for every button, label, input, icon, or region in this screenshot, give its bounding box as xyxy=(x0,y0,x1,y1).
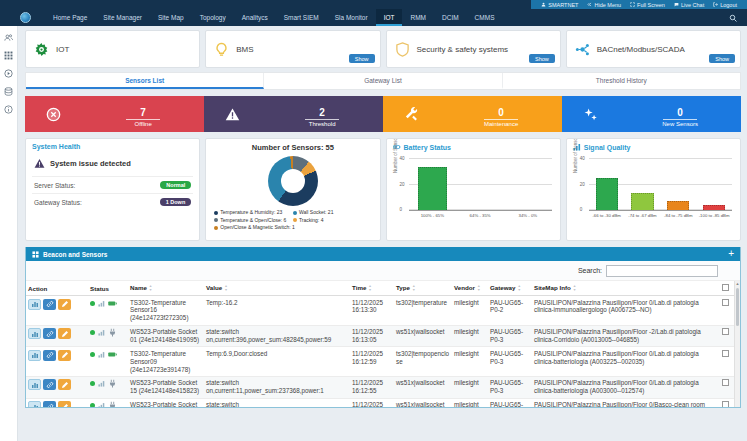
table-scrollbar[interactable]: ▲ xyxy=(734,281,740,407)
topbar-link-hide-menu[interactable]: Hide Menu xyxy=(587,2,621,8)
nav-item-sla-monitor[interactable]: Sla Monitor xyxy=(327,9,376,26)
sidebar-database-icon[interactable] xyxy=(4,87,13,96)
x-tick-label: 34% - 0% xyxy=(504,213,552,218)
app-logo[interactable] xyxy=(20,12,31,23)
topbar-link-full-screen[interactable]: Full Screen xyxy=(630,2,665,8)
table-search-input[interactable] xyxy=(606,265,718,277)
sort-icon[interactable]: ▲▼ xyxy=(224,285,228,291)
column-header-gateway[interactable]: Gateway▲▼ xyxy=(488,281,532,296)
sort-icon[interactable]: ▲▼ xyxy=(477,285,481,291)
nav-item-iot[interactable]: IOT xyxy=(376,9,403,26)
edit-button[interactable] xyxy=(58,299,71,310)
row-checkbox[interactable] xyxy=(722,379,729,386)
show-button[interactable]: Show xyxy=(529,54,555,63)
x-tick-label: 100% - 65% xyxy=(409,213,457,218)
show-button[interactable]: Show xyxy=(709,54,735,63)
y-tick: 40 xyxy=(400,156,405,161)
topbar-link-logout[interactable]: Logout xyxy=(713,2,737,8)
scrollbar-thumb[interactable] xyxy=(736,288,739,326)
topbar-link-live-chat[interactable]: Live Chat xyxy=(674,2,704,8)
column-header-type[interactable]: Type▲▼ xyxy=(394,281,452,296)
nav-item-cmms[interactable]: CMMS xyxy=(467,9,503,26)
nav-item-topology[interactable]: Topology xyxy=(192,9,234,26)
search-icon[interactable] xyxy=(729,14,737,22)
edit-button[interactable] xyxy=(58,379,71,390)
bar-100% - 65%[interactable] xyxy=(418,167,448,210)
bar--84 to -75 dBm[interactable] xyxy=(667,201,689,210)
tab-gateway-list[interactable]: Gateway List xyxy=(264,73,502,89)
row-checkbox[interactable] xyxy=(722,328,729,335)
link-button[interactable] xyxy=(43,401,56,408)
legend-label: Temperature & Open/Close: 6 xyxy=(220,217,286,225)
bar--100 to -85 dBm[interactable] xyxy=(703,205,725,210)
row-checkbox[interactable] xyxy=(722,350,729,357)
stats-button[interactable] xyxy=(28,328,41,339)
battery-bar-chart[interactable]: Number of Sensors02040100% - 65%64% - 35… xyxy=(409,159,552,218)
system-health-row: Gateway Status:1 Down xyxy=(32,193,193,210)
link-button[interactable] xyxy=(43,299,56,310)
topbar-link-label: Live Chat xyxy=(681,2,704,8)
nav-item-rmm[interactable]: RMM xyxy=(402,9,434,26)
column-header-time[interactable]: Time▲▼ xyxy=(350,281,394,296)
status-tile-maintenance[interactable]: 0Maintenance xyxy=(383,96,562,132)
stats-button[interactable] xyxy=(28,299,41,310)
stats-button[interactable] xyxy=(28,401,41,408)
main-content: IOTBMSShowSecurity & safety systemsShowB… xyxy=(18,26,747,441)
tile-body: 7Offline xyxy=(82,102,204,127)
header-label: Action xyxy=(28,285,47,292)
bar--66 to -30 dBm[interactable] xyxy=(596,178,618,210)
sort-icon[interactable]: ▲▼ xyxy=(573,285,577,291)
sort-icon[interactable]: ▲▼ xyxy=(368,285,372,291)
add-sensor-button[interactable]: + xyxy=(728,249,734,259)
status-tile-threshold[interactable]: 2Threshold xyxy=(204,96,383,132)
nav-item-site-manager[interactable]: Site Manager xyxy=(95,9,150,26)
status-tile-new-sensors[interactable]: 0New Sensors xyxy=(562,96,741,132)
panels-row: System Health System issue detected Serv… xyxy=(25,138,741,241)
sidebar-info-icon[interactable] xyxy=(4,105,13,114)
type-cell: ws51x|wallsocket xyxy=(394,325,452,347)
nav-item-dcim[interactable]: DCIM xyxy=(434,9,467,26)
sidebar-users-icon[interactable] xyxy=(4,33,13,42)
bar--74 to -67 dBm[interactable] xyxy=(631,193,653,210)
x-tick-label: -66 to -30 dBm xyxy=(589,213,625,218)
link-button[interactable] xyxy=(43,328,56,339)
sort-icon[interactable]: ▲▼ xyxy=(149,285,153,291)
header-label: Type xyxy=(396,284,410,291)
row-checkbox[interactable] xyxy=(722,299,729,306)
column-header-name[interactable]: Name▲▼ xyxy=(128,281,204,296)
table-row: TS302-Temperature Sensor09 (24e124723e39… xyxy=(26,347,738,377)
edit-button[interactable] xyxy=(58,350,71,361)
nav-item-home-page[interactable]: Home Page xyxy=(45,9,95,26)
edit-button[interactable] xyxy=(58,401,71,408)
search-label: Search: xyxy=(578,267,602,274)
sort-icon[interactable]: ▲▼ xyxy=(517,285,521,291)
column-header-sitemap-info[interactable]: SiteMap Info▲▼ xyxy=(532,281,720,296)
show-button[interactable]: Show xyxy=(349,54,375,63)
edit-button[interactable] xyxy=(58,328,71,339)
column-header-vendor[interactable]: Vendor▲▼ xyxy=(452,281,488,296)
sensor-name-cell: WS523-Portable Socket 01 (24e124148e4190… xyxy=(128,325,204,347)
tab-threshold-history[interactable]: Threshold History xyxy=(503,73,740,89)
link-button[interactable] xyxy=(43,379,56,390)
sort-icon[interactable]: ▲▼ xyxy=(412,285,416,291)
nav-item-smart-siem[interactable]: Smart SIEM xyxy=(276,9,327,26)
signal-bar-chart[interactable]: Number of Sensors02040-66 to -30 dBm-74 … xyxy=(589,159,732,218)
select-all-checkbox[interactable] xyxy=(722,284,729,291)
sidebar-play-circle-icon[interactable] xyxy=(4,69,13,78)
user-menu[interactable]: SMARTNET xyxy=(541,2,578,8)
nav-item-site-map[interactable]: Site Map xyxy=(150,9,192,26)
stats-button[interactable] xyxy=(28,379,41,390)
stats-button[interactable] xyxy=(28,350,41,361)
link-button[interactable] xyxy=(43,350,56,361)
column-header-value[interactable]: Value▲▼ xyxy=(204,281,350,296)
tile-label: New Sensors xyxy=(619,121,741,127)
status-tile-offline[interactable]: 7Offline xyxy=(25,96,204,132)
row-checkbox[interactable] xyxy=(722,401,729,408)
signal-panel-title: Signal Quality xyxy=(573,143,734,151)
sidebar-grid-icon[interactable] xyxy=(4,51,13,60)
beacon-header-bar: Beacon and Sensors + xyxy=(26,247,740,261)
top-utility-bar: SMARTNET Hide MenuFull ScreenLive ChatLo… xyxy=(0,0,747,9)
nav-item-analitycs[interactable]: Analitycs xyxy=(234,9,276,26)
sensor-donut-chart[interactable] xyxy=(268,156,318,206)
tab-sensors-list[interactable]: Sensors List xyxy=(26,73,264,89)
